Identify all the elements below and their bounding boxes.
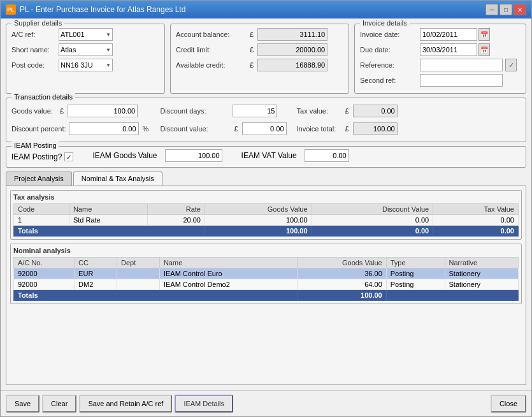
discount-percent-row: Discount percent: % xyxy=(11,122,150,135)
account-balance-currency: £ xyxy=(250,31,254,38)
second-ref-input[interactable] xyxy=(420,74,503,87)
nom-row0-dept xyxy=(117,268,160,279)
nom-totals-goods: 100.00 xyxy=(297,290,386,301)
credit-limit-row: Credit limit: £ xyxy=(176,43,343,56)
reference-label: Reference: xyxy=(360,61,417,69)
nom-row0-type: Posting xyxy=(386,268,445,279)
due-date-input[interactable] xyxy=(420,43,477,56)
invoice-section-label: Invoice details xyxy=(360,19,410,27)
ieam-vat-input[interactable] xyxy=(305,149,349,162)
save-button[interactable]: Save xyxy=(6,395,40,413)
tax-row-tax: 0.00 xyxy=(433,215,519,226)
nom-col-acno: A/C No. xyxy=(14,258,75,268)
discount-days-input[interactable] xyxy=(233,105,277,117)
nominal-analysis-section: Nominal analysis A/C No. CC Dept Name Go… xyxy=(10,244,522,304)
ieam-goods-input[interactable] xyxy=(165,149,222,162)
tabs-section: Project Analysis Nominal & Tax Analysis … xyxy=(6,172,526,385)
tax-row-rate: 20.00 xyxy=(148,215,205,226)
table-row: 92000 DM2 IEAM Control Demo2 64.00 Posti… xyxy=(14,279,519,290)
table-row: 1 Std Rate 20.00 100.00 0.00 0.00 xyxy=(14,215,519,226)
invoice-total-input[interactable] xyxy=(353,122,398,135)
ac-ref-arrow: ▼ xyxy=(106,32,111,38)
ieam-details-button[interactable]: IEAM Details xyxy=(175,395,233,413)
nominal-totals-row: Totals 100.00 xyxy=(14,290,519,301)
discount-value-input[interactable] xyxy=(242,122,287,135)
nom-row1-type: Posting xyxy=(386,279,445,290)
ieam-posting-row: IEAM Posting? ✓ xyxy=(11,152,73,161)
minimize-button[interactable]: ─ xyxy=(485,4,498,15)
close-button[interactable]: Close xyxy=(491,395,526,413)
invoice-section: Invoice details Invoice date: 📅 Due date… xyxy=(354,24,526,94)
discount-value-row: Discount value: £ xyxy=(160,122,286,135)
nom-col-dept: Dept xyxy=(117,258,160,268)
goods-value-row: Goods value: £ xyxy=(11,105,150,117)
nom-col-cc: CC xyxy=(75,258,117,268)
tax-row-name: Std Rate xyxy=(69,215,147,226)
discount-days-row: Discount days: xyxy=(160,105,286,117)
post-code-dropdown[interactable]: NN16 3JU ▼ xyxy=(59,59,113,71)
title-bar: PL PL - Enter Purchase Invoice for Atlas… xyxy=(1,1,531,18)
ac-ref-label: A/C ref: xyxy=(11,31,56,38)
nom-col-narrative: Narrative xyxy=(445,258,518,268)
nom-col-name: Name xyxy=(159,258,297,268)
tab-project[interactable]: Project Analysis xyxy=(6,172,72,186)
clear-button[interactable]: Clear xyxy=(42,395,76,413)
nominal-analysis-title: Nominal analysis xyxy=(13,247,519,254)
post-code-row: Post code: NN16 3JU ▼ xyxy=(11,59,159,71)
tax-table-header-row: Code Name Rate Goods Value Discount Valu… xyxy=(14,204,519,215)
title-buttons: ─ □ ✕ xyxy=(485,4,526,15)
due-date-field-container: 📅 xyxy=(420,43,490,56)
nom-totals-empty xyxy=(386,290,518,301)
invoice-date-calendar-button[interactable]: 📅 xyxy=(478,28,490,41)
nom-row1-name: IEAM Control Demo2 xyxy=(159,279,297,290)
tax-row-code: 1 xyxy=(14,215,69,226)
short-name-dropdown[interactable]: Atlas ▼ xyxy=(59,43,113,56)
tab-nominal[interactable]: Nominal & Tax Analysis xyxy=(73,172,162,186)
available-credit-label: Available credit: xyxy=(176,61,246,69)
supplier-section: Supplier details A/C ref: ATL001 ▼ Short… xyxy=(6,24,165,94)
nom-row1-acno: 92000 xyxy=(14,279,75,290)
nom-row0-goods: 36.00 xyxy=(297,268,386,279)
tax-value-label: Tax value: xyxy=(297,107,341,115)
ac-ref-dropdown[interactable]: ATL001 ▼ xyxy=(59,28,113,41)
tab-content: Tax analysis Code Name Rate Goods Value … xyxy=(6,186,526,385)
tax-col-tax: Tax Value xyxy=(433,204,519,215)
ieam-section-label: IEAM Posting xyxy=(11,142,59,149)
nom-row0-acno: 92000 xyxy=(14,268,75,279)
save-retain-button[interactable]: Save and Retain A/C ref xyxy=(79,395,172,413)
due-date-calendar-button[interactable]: 📅 xyxy=(478,43,490,56)
tax-row-goods: 100.00 xyxy=(205,215,312,226)
reference-check-icon[interactable]: ✓ xyxy=(505,59,517,71)
invoice-total-label: Invoice total: xyxy=(297,125,341,133)
maximize-button[interactable]: □ xyxy=(500,4,512,15)
available-credit-field[interactable] xyxy=(257,59,327,71)
discount-percent-label: Discount percent: xyxy=(11,125,66,133)
credit-limit-field[interactable] xyxy=(257,43,327,56)
credit-limit-currency: £ xyxy=(250,46,254,54)
tax-totals-label: Totals xyxy=(14,226,205,237)
nominal-table-header-row: A/C No. CC Dept Name Goods Value Type Na… xyxy=(14,258,519,268)
goods-value-input[interactable] xyxy=(68,105,138,117)
invoice-date-row: Invoice date: 📅 xyxy=(360,28,521,41)
invoice-date-input[interactable] xyxy=(420,28,477,41)
available-credit-currency: £ xyxy=(250,61,254,69)
tax-col-name: Name xyxy=(69,204,147,215)
footer: Save Clear Save and Retain A/C ref IEAM … xyxy=(1,390,531,416)
goods-value-label: Goods value: xyxy=(11,107,56,115)
nom-col-type: Type xyxy=(386,258,445,268)
nom-row0-narrative: Stationery xyxy=(445,268,518,279)
nom-row1-goods: 64.00 xyxy=(297,279,386,290)
account-balance-field[interactable] xyxy=(257,28,327,41)
transaction-section-label: Transaction details xyxy=(11,93,75,101)
due-date-label: Due date: xyxy=(360,46,417,54)
window-close-button[interactable]: ✕ xyxy=(514,4,526,15)
invoice-date-field-container: 📅 xyxy=(420,28,490,41)
ieam-posting-checkbox[interactable]: ✓ xyxy=(64,152,73,161)
discount-days-label: Discount days: xyxy=(160,107,230,115)
nom-row0-cc: EUR xyxy=(75,268,117,279)
discount-percent-input[interactable] xyxy=(69,122,139,135)
transaction-section: Transaction details Goods value: £ Disco… xyxy=(6,98,526,142)
tax-value-input[interactable] xyxy=(353,105,398,117)
reference-input[interactable] xyxy=(420,59,503,71)
ieam-goods-row: IEAM Goods Value xyxy=(92,149,222,162)
